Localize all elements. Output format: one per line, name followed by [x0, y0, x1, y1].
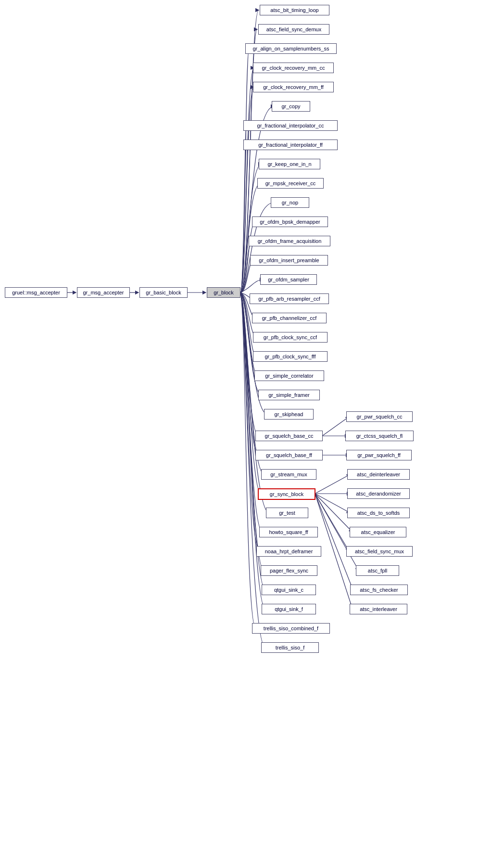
- node-gr-squelch-base-cc[interactable]: gr_squelch_base_cc: [255, 431, 323, 441]
- node-qtgui-sink-c[interactable]: qtgui_sink_c: [262, 585, 316, 595]
- node-gr-block[interactable]: gr_block: [207, 287, 240, 298]
- node-gr-pwr-squelch-ff[interactable]: gr_pwr_squelch_ff: [346, 450, 412, 460]
- node-atsc-fs-checker[interactable]: atsc_fs_checker: [350, 585, 408, 595]
- node-atsc-bit-timing-loop[interactable]: atsc_bit_timing_loop: [260, 5, 329, 15]
- node-gr-pwr-squelch-cc[interactable]: gr_pwr_squelch_cc: [346, 411, 413, 422]
- svg-line-11: [315, 494, 349, 551]
- node-atsc-ds-to-softds[interactable]: atsc_ds_to_softds: [347, 508, 410, 518]
- node-gr-skiphead[interactable]: gr_skiphead: [264, 409, 314, 420]
- node-gr-copy[interactable]: gr_copy: [272, 101, 310, 112]
- node-gr-stream-mux[interactable]: gr_stream_mux: [261, 469, 316, 480]
- node-trellis-siso-combined-f[interactable]: trellis_siso_combined_f: [252, 623, 330, 634]
- node-gr-fractional-interpolator-cc[interactable]: gr_fractional_interpolator_cc: [243, 120, 338, 131]
- node-gr-align-on-samplenumbers-ss[interactable]: gr_align_on_samplenumbers_ss: [245, 43, 337, 54]
- node-howto-square-ff[interactable]: howto_square_ff: [259, 527, 318, 537]
- node-noaa-hrpt-deframer[interactable]: noaa_hrpt_deframer: [256, 546, 321, 557]
- node-gr-fractional-interpolator-ff[interactable]: gr_fractional_interpolator_ff: [243, 140, 338, 150]
- node-atsc-field-sync-mux[interactable]: atsc_field_sync_mux: [346, 546, 413, 557]
- node-gr-mpsk-receiver-cc[interactable]: gr_mpsk_receiver_cc: [257, 178, 324, 189]
- svg-line-7: [315, 474, 350, 494]
- node-gr-ctcss-squelch-fl[interactable]: gr_ctcss_squelch_fl: [345, 431, 414, 441]
- node-gr-pfb-channelizer-ccf[interactable]: gr_pfb_channelizer_ccf: [252, 313, 327, 323]
- node-trellis-siso-f[interactable]: trellis_siso_f: [261, 642, 319, 653]
- node-gr-clock-recovery-mm-cc[interactable]: gr_clock_recovery_mm_cc: [253, 63, 334, 73]
- node-gr-pfb-arb-resampler-ccf[interactable]: gr_pfb_arb_resampler_ccf: [250, 293, 329, 304]
- node-pager-flex-sync[interactable]: pager_flex_sync: [261, 565, 317, 576]
- node-gr-clock-recovery-mm-ff[interactable]: gr_clock_recovery_mm_ff: [253, 82, 334, 92]
- node-atsc-fpll[interactable]: atsc_fpll: [356, 565, 399, 576]
- node-gr-squelch-base-ff[interactable]: gr_squelch_base_ff: [255, 450, 323, 460]
- node-gr-ofdm-frame-acquisition[interactable]: gr_ofdm_frame_acquisition: [249, 236, 330, 246]
- node-gr-test[interactable]: gr_test: [266, 508, 308, 518]
- node-atsc-interleaver[interactable]: atsc_interleaver: [350, 604, 407, 614]
- node-gruel-msg-accepter[interactable]: gruel::msg_accepter: [5, 287, 67, 298]
- node-gr-sync-block[interactable]: gr_sync_block: [258, 488, 315, 500]
- svg-line-9: [315, 494, 350, 513]
- node-gr-pfb-clock-sync-fff[interactable]: gr_pfb_clock_sync_fff: [253, 351, 328, 362]
- node-gr-ofdm-sampler[interactable]: gr_ofdm_sampler: [260, 274, 317, 285]
- node-gr-simple-framer[interactable]: gr_simple_framer: [258, 390, 320, 400]
- node-atsc-field-sync-demux[interactable]: atsc_field_sync_demux: [258, 24, 329, 35]
- node-gr-nop[interactable]: gr_nop: [271, 197, 309, 208]
- node-atsc-derandomizer[interactable]: atsc_derandomizer: [347, 488, 410, 499]
- node-qtgui-sink-f[interactable]: qtgui_sink_f: [262, 604, 316, 614]
- node-gr-pfb-clock-sync-ccf[interactable]: gr_pfb_clock_sync_ccf: [253, 332, 328, 343]
- node-atsc-equalizer[interactable]: atsc_equalizer: [350, 527, 406, 537]
- node-gr-ofdm-insert-preamble[interactable]: gr_ofdm_insert_preamble: [250, 255, 328, 266]
- diagram-container: gruel::msg_accepter gr_msg_accepter gr_b…: [0, 0, 504, 866]
- node-gr-keep-one-in-n[interactable]: gr_keep_one_in_n: [259, 159, 320, 169]
- node-gr-simple-correlator[interactable]: gr_simple_correlator: [254, 370, 324, 381]
- node-gr-ofdm-bpsk-demapper[interactable]: gr_ofdm_bpsk_demapper: [252, 216, 328, 227]
- node-gr-msg-accepter[interactable]: gr_msg_accepter: [77, 287, 130, 298]
- node-atsc-deinterleaver[interactable]: atsc_deinterleaver: [347, 469, 410, 480]
- node-gr-basic-block[interactable]: gr_basic_block: [139, 287, 188, 298]
